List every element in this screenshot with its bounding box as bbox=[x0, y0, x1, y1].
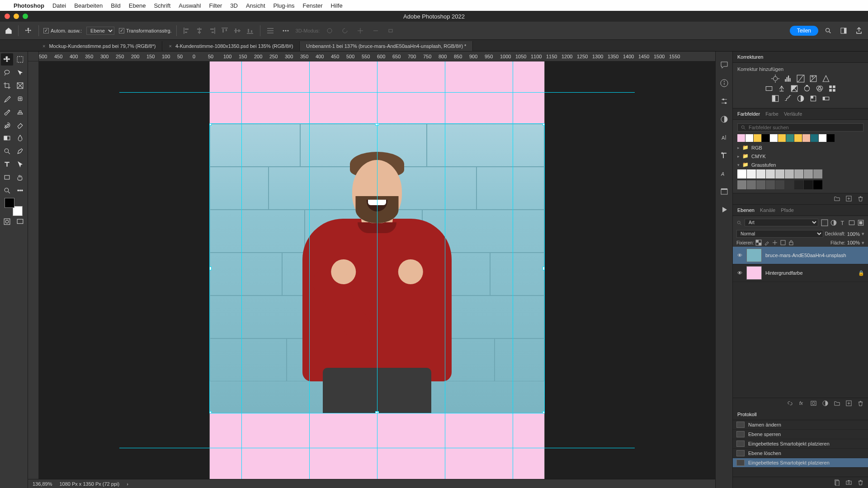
transform-handle[interactable] bbox=[210, 411, 212, 413]
link-layers-icon[interactable] bbox=[787, 400, 794, 407]
zoom-level[interactable]: 136,89% bbox=[33, 481, 52, 487]
auto-select-target-select[interactable]: Ebene bbox=[86, 27, 114, 35]
close-tab-icon[interactable]: × bbox=[169, 43, 171, 49]
swatch[interactable] bbox=[766, 169, 775, 178]
window-controls[interactable] bbox=[5, 14, 28, 19]
history-state[interactable]: Ebene löschen bbox=[733, 449, 868, 458]
filter-type-icon[interactable]: T bbox=[839, 219, 846, 226]
layer-thumbnail[interactable] bbox=[746, 266, 762, 280]
foreground-background-swatch[interactable] bbox=[1, 199, 26, 215]
layer-name[interactable]: bruce-mars-AndE50aaHn4-unsplash bbox=[765, 253, 846, 258]
history-state[interactable]: Namen ändern bbox=[733, 420, 868, 430]
swatch[interactable] bbox=[794, 180, 803, 189]
color-lookup-icon[interactable] bbox=[828, 84, 837, 93]
swatch[interactable] bbox=[804, 169, 813, 178]
new-swatch-icon[interactable] bbox=[845, 195, 853, 202]
layer-name[interactable]: Hintergrundfarbe bbox=[765, 270, 803, 276]
adjustments-panel-icon[interactable] bbox=[720, 115, 729, 124]
crop-tool-icon[interactable] bbox=[1, 80, 13, 92]
align-right-icon[interactable] bbox=[207, 25, 217, 36]
guide[interactable] bbox=[513, 61, 513, 479]
swatch[interactable] bbox=[819, 134, 826, 142]
channel-mixer-icon[interactable] bbox=[815, 84, 824, 93]
align-vcenter-icon[interactable] bbox=[232, 25, 243, 36]
layer-style-icon[interactable]: fx bbox=[798, 400, 806, 407]
history-brush-tool-icon[interactable] bbox=[1, 119, 13, 131]
delete-layer-icon[interactable] bbox=[857, 400, 864, 407]
history-state[interactable]: Eingebettetes Smartobjekt platzieren bbox=[733, 458, 868, 468]
swatch[interactable] bbox=[785, 180, 794, 189]
foreground-color-swatch[interactable] bbox=[5, 198, 14, 208]
rectangle-tool-icon[interactable] bbox=[1, 171, 13, 183]
visibility-toggle-icon[interactable]: 👁 bbox=[736, 270, 743, 276]
menu-item[interactable]: 3D bbox=[230, 2, 238, 9]
clone-stamp-tool-icon[interactable] bbox=[14, 106, 26, 118]
transform-handle[interactable] bbox=[542, 267, 544, 270]
filter-smart-icon[interactable] bbox=[857, 219, 864, 226]
new-adjustment-layer-icon[interactable] bbox=[822, 400, 829, 407]
exposure-icon[interactable]: + bbox=[809, 75, 818, 83]
share-button[interactable]: Teilen bbox=[790, 26, 818, 36]
screen-mode-icon[interactable] bbox=[14, 216, 26, 228]
checkbox-icon[interactable] bbox=[43, 28, 49, 33]
canvas-viewport[interactable] bbox=[39, 61, 715, 479]
zoom-tool-icon[interactable] bbox=[1, 184, 13, 197]
layers-panel-header[interactable]: Ebenen Kanäle Pfade bbox=[733, 205, 868, 216]
paths-tab[interactable]: Pfade bbox=[781, 207, 794, 213]
menu-item[interactable]: Hilfe bbox=[331, 2, 343, 9]
adjustments-panel-header[interactable]: Korrekturen bbox=[733, 52, 868, 63]
zoom-window-icon[interactable] bbox=[23, 14, 28, 19]
swatch[interactable] bbox=[747, 180, 756, 189]
move-tool-icon[interactable] bbox=[23, 25, 34, 36]
align-left-icon[interactable] bbox=[181, 25, 192, 36]
swatch[interactable] bbox=[802, 134, 810, 142]
guide[interactable] bbox=[119, 92, 635, 93]
transform-handle[interactable] bbox=[210, 124, 212, 126]
menu-item[interactable]: Ansicht bbox=[246, 2, 265, 9]
close-tab-icon[interactable]: × bbox=[42, 43, 45, 49]
color-balance-icon[interactable] bbox=[777, 84, 786, 93]
document-dimensions[interactable]: 1080 Px x 1350 Px (72 ppi) bbox=[59, 481, 119, 487]
hand-tool-icon[interactable] bbox=[14, 171, 26, 183]
visibility-toggle-icon[interactable]: 👁 bbox=[736, 253, 743, 258]
vibrance-icon[interactable] bbox=[821, 75, 830, 83]
photo-filter-icon[interactable] bbox=[802, 84, 811, 93]
menu-item[interactable]: Fenster bbox=[303, 2, 323, 9]
filter-adjustment-icon[interactable] bbox=[830, 219, 837, 226]
filter-pixel-icon[interactable] bbox=[821, 219, 828, 226]
document-tab[interactable]: Unbenannt-1 bei 137% (bruce-mars-AndE50a… bbox=[300, 41, 473, 51]
color-tab[interactable]: Farbe bbox=[765, 111, 778, 117]
layer-list[interactable]: 👁 bruce-mars-AndE50aaHn4-unsplash 👁 Hint… bbox=[733, 247, 868, 398]
marquee-tool-icon[interactable] bbox=[14, 53, 26, 66]
swatch[interactable] bbox=[794, 169, 803, 178]
ruler-origin-icon[interactable] bbox=[28, 52, 39, 61]
history-tab[interactable]: Protokoll bbox=[737, 412, 757, 417]
swatch[interactable] bbox=[737, 180, 746, 189]
new-group-icon[interactable] bbox=[834, 400, 841, 407]
vertical-ruler[interactable] bbox=[28, 61, 39, 479]
eyedropper-tool-icon[interactable] bbox=[1, 93, 13, 105]
lock-icon[interactable]: 🔒 bbox=[858, 270, 864, 276]
libraries-panel-icon[interactable] bbox=[720, 187, 729, 196]
paragraph-panel-icon[interactable] bbox=[720, 151, 729, 160]
menu-item[interactable]: Ebene bbox=[129, 2, 146, 9]
blur-tool-icon[interactable] bbox=[14, 132, 26, 144]
align-hcenter-icon[interactable] bbox=[194, 25, 205, 36]
document-tab[interactable]: × Mockup-Kundenstimme.psd bei 79,7% (RGB… bbox=[36, 41, 162, 51]
status-more-icon[interactable]: › bbox=[127, 481, 128, 487]
lock-position-icon[interactable] bbox=[772, 239, 778, 246]
swatch-folder[interactable]: ▸📁RGB bbox=[737, 145, 863, 150]
gradient-tool-icon[interactable] bbox=[1, 132, 13, 144]
guide[interactable] bbox=[309, 61, 310, 479]
fill-value[interactable]: 100% bbox=[847, 240, 860, 245]
swatch[interactable] bbox=[775, 180, 784, 189]
lock-all-icon[interactable] bbox=[788, 239, 794, 246]
history-state[interactable]: Eingebettetes Smartobjekt platzieren bbox=[733, 439, 868, 449]
gradients-tab[interactable]: Verläufe bbox=[784, 111, 802, 117]
blend-mode-select[interactable]: Normal bbox=[736, 230, 823, 238]
guide[interactable] bbox=[377, 61, 377, 479]
layer-row[interactable]: 👁 Hintergrundfarbe 🔒 bbox=[733, 264, 868, 282]
swatches-search-input[interactable] bbox=[749, 125, 860, 130]
swatch[interactable] bbox=[762, 134, 769, 142]
levels-icon[interactable] bbox=[783, 75, 793, 83]
